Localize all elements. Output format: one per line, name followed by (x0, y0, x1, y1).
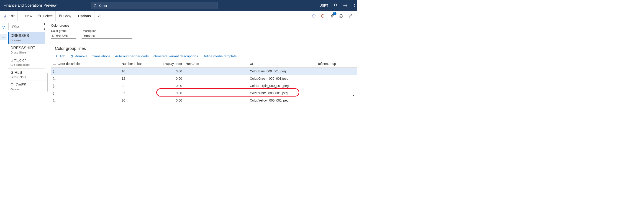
remove-line-button[interactable]: Remove (70, 54, 88, 58)
action-search-button[interactable] (95, 11, 104, 21)
svg-point-0 (94, 4, 96, 6)
col-number-in-bar[interactable]: Number in bar... (120, 60, 156, 68)
related-info-toggle[interactable] (0, 34, 6, 40)
list-item-girls[interactable]: GIRLS Girls Colors (8, 68, 45, 81)
attachments-button[interactable]: 0 (330, 13, 335, 18)
action-bar: Edit New Delete Copy Options (0, 11, 357, 21)
attachments-badge: 0 (333, 12, 336, 15)
main-content: Color groups Color group DRESSES Descrip… (48, 21, 357, 119)
color-group-value[interactable]: DRESSES (51, 33, 76, 39)
popout-icon[interactable] (348, 13, 353, 18)
copy-label: Copy (63, 14, 71, 18)
global-search[interactable] (91, 2, 218, 9)
col-hexcode[interactable]: HexCode (184, 60, 248, 68)
list-item-title: GIRLS (10, 70, 42, 75)
list-icon (1, 35, 6, 39)
description-label: Description (82, 29, 132, 32)
list-item-sub: Dress Shirts (10, 51, 42, 54)
options-button[interactable]: Options (74, 11, 95, 21)
add-label: Add (60, 54, 66, 58)
list-item-sub: Dresses (10, 38, 42, 42)
new-label: New (25, 14, 32, 18)
table-row[interactable]: ) 12 0.00 Color/Green_000_001.jpeg (51, 75, 357, 82)
svg-point-2 (345, 5, 346, 6)
col-display-order[interactable]: Display order (156, 60, 184, 68)
svg-line-8 (100, 17, 101, 17)
delete-button[interactable]: Delete (35, 11, 56, 21)
list-item-sub: Gloves (10, 88, 42, 91)
gear-icon[interactable] (343, 3, 348, 8)
left-rail (0, 21, 7, 119)
auto-number-button[interactable]: Auto number bar code (115, 54, 149, 58)
new-button[interactable]: New (18, 11, 35, 21)
options-label: Options (78, 14, 91, 18)
col-color-description[interactable]: Color description (56, 60, 120, 68)
list-filter-input[interactable] (12, 25, 52, 28)
app-title: Finance and Operations Preview (4, 3, 56, 7)
list-item-gloves[interactable]: GLOVES Gloves (8, 81, 45, 93)
list-item-title: DRESSSHIRT (10, 46, 42, 50)
color-group-label: Color group (51, 29, 76, 32)
diamond-icon[interactable] (312, 13, 316, 18)
office-icon[interactable] (320, 13, 326, 18)
search-icon (93, 4, 97, 7)
lines-card: Color group lines Add Remove Translation… (51, 43, 357, 104)
delete-label: Delete (43, 14, 52, 18)
col-refiner-group[interactable]: RefinerGroup (315, 60, 357, 68)
edit-button[interactable]: Edit (1, 11, 18, 21)
remove-label: Remove (75, 54, 88, 58)
refresh-icon[interactable] (339, 13, 344, 18)
global-search-input[interactable] (99, 4, 215, 7)
svg-rect-6 (60, 15, 62, 17)
copy-button[interactable]: Copy (56, 11, 74, 21)
generate-variant-button[interactable]: Generate variant descriptions (153, 54, 198, 58)
list-item-title: DRESSES (10, 33, 42, 38)
svg-point-7 (98, 14, 100, 17)
list-item-dresses[interactable]: DRESSES Dresses (8, 32, 45, 44)
edit-label: Edit (9, 14, 14, 18)
list-item-title: GiftColor (10, 58, 42, 63)
table-row[interactable]: ) 10 0.00 Color/Blue_000_001.jpeg (51, 68, 357, 75)
user-label[interactable]: USRT (320, 4, 328, 7)
bell-icon[interactable] (333, 3, 338, 8)
record-list-pane: DRESSES Dresses DRESSSHIRT Dress Shirts … (7, 21, 46, 93)
col-row-marker[interactable]: . (51, 60, 56, 68)
lines-grid: . Color description Number in bar... Dis… (51, 60, 357, 104)
list-item-sub: Girls Colors (10, 75, 42, 79)
list-item-sub: Gift card colors (10, 63, 42, 66)
table-row[interactable]: ) 22 0.00 Color/Purple_000_001.jpeg (51, 82, 357, 89)
page-title: Color groups (51, 24, 357, 27)
help-icon[interactable] (352, 3, 357, 8)
table-row[interactable]: ) 07 0.00 Color/White_000_001.jpeg (51, 89, 357, 97)
define-media-button[interactable]: Define media template (202, 54, 237, 58)
funnel-icon (1, 25, 6, 29)
list-item-giftcolor[interactable]: GiftColor Gift card colors (8, 56, 45, 68)
translations-button[interactable]: Translations (92, 54, 110, 58)
add-line-button[interactable]: Add (55, 54, 66, 58)
more-columns-icon[interactable]: ⋮ (352, 93, 356, 98)
svg-line-1 (96, 6, 96, 7)
search-icon (98, 14, 101, 18)
list-filter[interactable] (8, 23, 45, 30)
list-item-dressshirt[interactable]: DRESSSHIRT Dress Shirts (8, 44, 45, 56)
list-item-title: GLOVES (10, 83, 42, 87)
filter-pane-toggle[interactable] (0, 24, 6, 30)
lines-title: Color group lines (51, 43, 357, 53)
table-row[interactable]: ) 20 0.00 Color/Yellow_000_001.jpeg (51, 97, 357, 104)
col-url[interactable]: URL (248, 60, 315, 68)
description-value[interactable]: Dresses (82, 33, 132, 39)
top-nav-bar: Finance and Operations Preview USRT (0, 0, 357, 11)
